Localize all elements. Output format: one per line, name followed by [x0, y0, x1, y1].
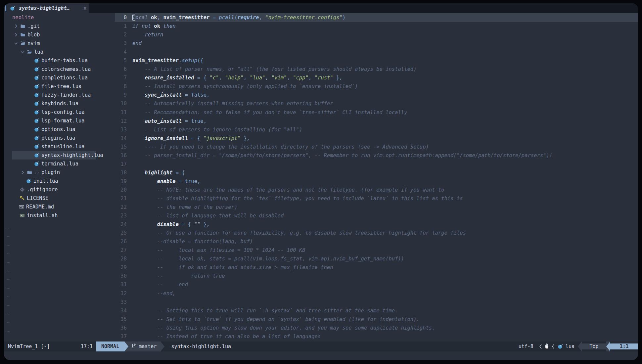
code-line-3[interactable]: 3end — [96, 39, 638, 48]
code-line-14[interactable]: 14 ignore_install = { "javascript" }, — [96, 134, 638, 143]
code-line-27[interactable]: 27 -- local max_filesize = 100 * 1024 --… — [96, 246, 638, 254]
line-number: 23 — [115, 213, 127, 219]
tree-item-nvim[interactable]: nvim — [4, 39, 96, 48]
code-line-1[interactable]: 1if not ok then — [96, 22, 638, 30]
code-line-16[interactable]: 16 -- parser_install_dir = "/some/path/t… — [96, 151, 638, 160]
buffer-tab[interactable]: syntax-highlight… × — [4, 3, 89, 13]
code-text: ignore_install = { "javascript" }, — [127, 135, 250, 141]
code-text: auto_install = true, — [127, 118, 206, 124]
code-line-33[interactable]: 33 — [96, 298, 638, 306]
code-line-11[interactable]: 11 -- Recommendation: set to false if yo… — [96, 108, 638, 117]
code-text: -- Using this option may slow down your … — [127, 325, 435, 331]
code-line-25[interactable]: 25 -- Or use a function for more flexibi… — [96, 229, 638, 237]
code-line-32[interactable]: 32 --end, — [96, 289, 638, 298]
code-line-30[interactable]: 30 -- return true — [96, 272, 638, 280]
code-text: -- Instead of true it can also be a list… — [127, 334, 321, 340]
tree-item-label: lsp-format.lua — [41, 118, 85, 124]
tree-item-statusline.lua[interactable]: statusline.lua — [4, 142, 96, 151]
lua-icon — [33, 84, 40, 89]
git-branch-segment[interactable]: master — [128, 341, 160, 351]
tree-item-terminal.lua[interactable]: terminal.lua — [4, 159, 96, 168]
tree-item-plugins.lua[interactable]: plugins.lua — [4, 134, 96, 142]
scroll-position: Top — [582, 343, 606, 349]
code-line-7[interactable]: 7 ensure_installed = { "c", "help", "lua… — [96, 73, 638, 82]
tree-item-label: statusline.lua — [41, 144, 85, 150]
lua-icon — [33, 118, 40, 123]
tree-item-plugin[interactable]: plugin — [4, 168, 96, 177]
code-line-22[interactable]: 22 -- the name of the parser) — [96, 203, 638, 211]
tab-accent-bar — [5, 5, 6, 11]
code-line-23[interactable]: 23 -- list of language that will be disa… — [96, 211, 638, 220]
tree-item-options.lua[interactable]: options.lua — [4, 125, 96, 134]
tree-item-neolite[interactable]: neolite — [4, 13, 96, 22]
code-text: -- Recommendation: set to false if you d… — [127, 110, 407, 115]
tree-item-colorschemes.lua[interactable]: colorschemes.lua — [4, 65, 96, 73]
folder-open-icon — [19, 41, 26, 46]
code-text: -- local max_filesize = 100 * 1024 -- 10… — [127, 247, 305, 253]
tree-item-lua[interactable]: lua — [4, 48, 96, 56]
code-text: -- Automatically install missing parsers… — [127, 101, 333, 107]
code-text: -- end — [127, 282, 188, 288]
tree-item-completions.lua[interactable]: completions.lua — [4, 73, 96, 82]
code-line-29[interactable]: 29 -- if ok and stats and stats.size > m… — [96, 263, 638, 272]
line-number: 33 — [115, 299, 127, 305]
tree-item-blob[interactable]: blob — [4, 30, 96, 39]
line-number: 21 — [115, 196, 127, 202]
tree-item-lsp-config.lua[interactable]: lsp-config.lua — [4, 108, 96, 116]
code-text: -- parser_install_dir = "/some/path/to/s… — [127, 153, 552, 159]
chev-right-icon — [13, 32, 19, 37]
code-line-21[interactable]: 21 -- disable highlighting for the `tex`… — [96, 194, 638, 203]
close-icon[interactable]: × — [83, 6, 87, 11]
code-line-35[interactable]: 35 -- Set this to `true` if you depend o… — [96, 315, 638, 324]
chev-right-icon — [19, 170, 26, 175]
code-line-37[interactable]: 37 -- Instead of true it can also be a l… — [96, 332, 638, 341]
code-text: ensure_installed = { "c", "help", "lua",… — [127, 75, 343, 81]
code-line-24[interactable]: 24 disable = { "" }, — [96, 220, 638, 229]
code-line-8[interactable]: 8 -- Install parsers synchronously (only… — [96, 82, 638, 91]
tree-item-file-tree.lua[interactable]: file-tree.lua — [4, 82, 96, 91]
code-line-13[interactable]: 13 -- List of parsers to ignore installi… — [96, 125, 638, 134]
command-line[interactable] — [4, 351, 638, 360]
code-line-28[interactable]: 28 -- local ok, stats = pcall(vim.loop.f… — [96, 254, 638, 263]
code-line-17[interactable]: 17 — [96, 160, 638, 168]
code-line-10[interactable]: 10 -- Automatically install missing pars… — [96, 99, 638, 108]
code-line-5[interactable]: 5nvim_treesitter.setup({ — [96, 56, 638, 65]
code-line-31[interactable]: 31 -- end — [96, 280, 638, 289]
tree-item-.gitignore[interactable]: .gitignore — [4, 185, 96, 194]
code-line-0[interactable]: 0local ok, nvim_treesitter = pcall(requi… — [96, 13, 638, 22]
tree-item-keybinds.lua[interactable]: keybinds.lua — [4, 99, 96, 108]
tree-item-buffer-tabs.lua[interactable]: buffer-tabs.lua — [4, 56, 96, 65]
code-line-15[interactable]: 15 ---- If you need to change the instal… — [96, 143, 638, 151]
code-line-2[interactable]: 2 return — [96, 30, 638, 39]
code-line-12[interactable]: 12 auto_install = true, — [96, 117, 638, 125]
tree-item-syntax-highlight.lua[interactable]: syntax-highlight.lua — [4, 151, 96, 159]
code-text: -- the name of the parser) — [127, 204, 237, 210]
tree-item-label: keybinds.lua — [41, 101, 78, 107]
code-line-9[interactable]: 9 sync_install = false, — [96, 91, 638, 99]
line-number: 3 — [115, 40, 127, 46]
tree-item-.git[interactable]: .git — [4, 22, 96, 30]
statusbar: NvimTree_1 [-] 17:1 NORMAL master syntax… — [4, 341, 638, 351]
code-line-19[interactable]: 19 enable = true, — [96, 177, 638, 186]
empty-buffer-tildes: ~~~~~~~~~~~~~ — [4, 224, 96, 336]
terminal-icon — [19, 213, 26, 218]
tilde-marker: ~ — [4, 275, 96, 284]
tree-item-install.sh[interactable]: install.sh — [4, 211, 96, 220]
tree-item-README.md[interactable]: README.md — [4, 203, 96, 211]
code-line-6[interactable]: 6 -- A list of parser names, or "all" (t… — [96, 65, 638, 73]
tree-item-fuzzy-finder.lua[interactable]: fuzzy-finder.lua — [4, 91, 96, 99]
line-number: 24 — [115, 221, 127, 227]
code-line-4[interactable]: 4 — [96, 48, 638, 56]
code-line-36[interactable]: 36 -- Using this option may slow down yo… — [96, 324, 638, 332]
tree-item-lsp-format.lua[interactable]: lsp-format.lua — [4, 116, 96, 125]
lua-icon — [33, 67, 40, 72]
tree-item-init.lua[interactable]: init.lua — [4, 177, 96, 185]
tree-item-LICENSE[interactable]: LICENSE — [4, 194, 96, 203]
code-line-26[interactable]: 26 --disable = function(lang, buf) — [96, 237, 638, 246]
code-line-18[interactable]: 18 highlight = { — [96, 168, 638, 177]
code-text: -- local ok, stats = pcall(vim.loop.fs_s… — [127, 256, 404, 262]
code-line-20[interactable]: 20 -- NOTE: these are the names of the p… — [96, 186, 638, 194]
code-line-34[interactable]: 34 -- Setting this to true will run `:h … — [96, 306, 638, 315]
tilde-marker: ~ — [4, 310, 96, 318]
code-editor[interactable]: 0local ok, nvim_treesitter = pcall(requi… — [96, 13, 638, 341]
